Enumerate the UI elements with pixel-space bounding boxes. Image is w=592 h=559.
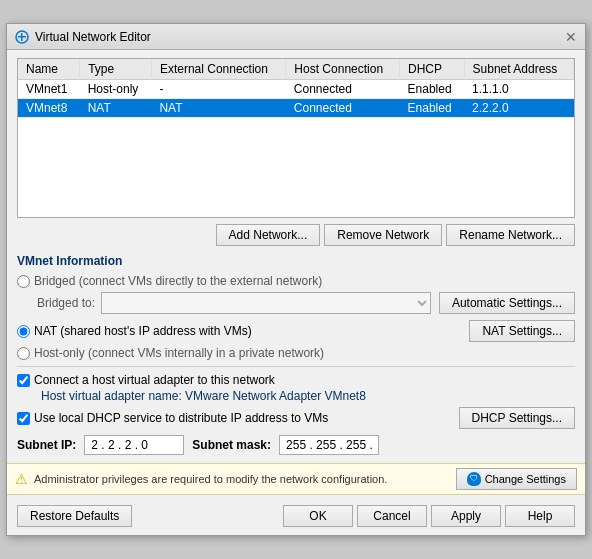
col-external: External Connection [151, 59, 285, 80]
table-row[interactable]: VMnet1 Host-only - Connected Enabled 1.1… [18, 80, 574, 99]
cell-name: VMnet8 [18, 99, 80, 118]
nat-settings-button[interactable]: NAT Settings... [469, 320, 575, 342]
cancel-button[interactable]: Cancel [357, 505, 427, 527]
cell-host: Connected [286, 80, 400, 99]
title-bar: Virtual Network Editor ✕ [7, 24, 585, 50]
nat-right: NAT Settings... [469, 320, 575, 342]
table-header-row: Name Type External Connection Host Conne… [18, 59, 574, 80]
add-network-button[interactable]: Add Network... [216, 224, 321, 246]
cell-host: Connected [286, 99, 400, 118]
subnet-row: Subnet IP: Subnet mask: [17, 435, 575, 455]
main-content: Name Type External Connection Host Conne… [7, 50, 585, 535]
host-only-radio[interactable] [17, 347, 30, 360]
subnet-ip-label: Subnet IP: [17, 438, 76, 452]
col-name: Name [18, 59, 80, 80]
adapter-name-text: Host virtual adapter name: VMware Networ… [41, 389, 575, 403]
dhcp-settings-button[interactable]: DHCP Settings... [459, 407, 575, 429]
remove-network-button[interactable]: Remove Network [324, 224, 442, 246]
cell-dhcp: Enabled [400, 99, 465, 118]
host-only-radio-row: Host-only (connect VMs internally in a p… [17, 346, 575, 360]
vmnet-info-title: VMnet Information [17, 254, 575, 268]
table-row[interactable]: VMnet8 NAT NAT Connected Enabled 2.2.2.0 [18, 99, 574, 118]
close-button[interactable]: ✕ [565, 30, 577, 44]
cell-dhcp: Enabled [400, 80, 465, 99]
cell-subnet: 1.1.1.0 [464, 80, 573, 99]
bridged-label: Bridged (connect VMs directly to the ext… [34, 274, 322, 288]
cell-external: - [151, 80, 285, 99]
col-host: Host Connection [286, 59, 400, 80]
dhcp-checkbox[interactable] [17, 412, 30, 425]
apply-button[interactable]: Apply [431, 505, 501, 527]
change-settings-label: Change Settings [485, 473, 566, 485]
subnet-mask-label: Subnet mask: [192, 438, 271, 452]
nat-radio-row: NAT (shared host's IP address with VMs) … [17, 320, 575, 342]
dhcp-label: Use local DHCP service to distribute IP … [34, 411, 328, 425]
divider-1 [17, 366, 575, 367]
bridged-to-label: Bridged to: [37, 296, 97, 310]
subnet-ip-input[interactable] [84, 435, 184, 455]
title-bar-left: Virtual Network Editor [15, 30, 151, 44]
auto-settings-button[interactable]: Automatic Settings... [439, 292, 575, 314]
cell-subnet: 2.2.2.0 [464, 99, 573, 118]
help-button[interactable]: Help [505, 505, 575, 527]
subnet-mask-input[interactable] [279, 435, 379, 455]
vmnet-info-section: VMnet Information Bridged (connect VMs d… [17, 254, 575, 455]
warning-icon: ⚠ [15, 471, 28, 487]
admin-bar-left: ⚠ Administrator privileges are required … [15, 471, 387, 487]
virtual-adapter-checkbox-row: Connect a host virtual adapter to this n… [17, 373, 575, 387]
col-dhcp: DHCP [400, 59, 465, 80]
bridged-radio[interactable] [17, 275, 30, 288]
svg-rect-2 [21, 33, 23, 41]
bridged-to-select[interactable] [101, 292, 431, 314]
virtual-adapter-checkbox[interactable] [17, 374, 30, 387]
network-table-container: Name Type External Connection Host Conne… [17, 58, 575, 218]
bottom-right-buttons: OK Cancel Apply Help [283, 505, 575, 527]
change-settings-button[interactable]: 🛡 Change Settings [456, 468, 577, 490]
restore-defaults-button[interactable]: Restore Defaults [17, 505, 132, 527]
app-icon [15, 30, 29, 44]
window-title: Virtual Network Editor [35, 30, 151, 44]
bridged-to-row: Bridged to: Automatic Settings... [37, 292, 575, 314]
dhcp-row: Use local DHCP service to distribute IP … [17, 407, 575, 429]
cell-type: Host-only [80, 80, 152, 99]
rename-network-button[interactable]: Rename Network... [446, 224, 575, 246]
network-buttons-row: Add Network... Remove Network Rename Net… [17, 224, 575, 246]
shield-icon: 🛡 [467, 472, 481, 486]
network-table: Name Type External Connection Host Conne… [18, 59, 574, 118]
bridged-radio-row: Bridged (connect VMs directly to the ext… [17, 274, 575, 288]
virtual-network-editor-window: Virtual Network Editor ✕ Name Type Exter… [6, 23, 586, 536]
ok-button[interactable]: OK [283, 505, 353, 527]
virtual-adapter-label: Connect a host virtual adapter to this n… [34, 373, 275, 387]
cell-external: NAT [151, 99, 285, 118]
admin-warning-bar: ⚠ Administrator privileges are required … [7, 463, 585, 495]
bottom-buttons-row: Restore Defaults OK Cancel Apply Help [17, 501, 575, 527]
cell-type: NAT [80, 99, 152, 118]
cell-name: VMnet1 [18, 80, 80, 99]
nat-radio[interactable] [17, 325, 30, 338]
nat-label: NAT (shared host's IP address with VMs) [34, 324, 252, 338]
col-type: Type [80, 59, 152, 80]
admin-message: Administrator privileges are required to… [34, 473, 387, 485]
host-only-label: Host-only (connect VMs internally in a p… [34, 346, 324, 360]
col-subnet: Subnet Address [464, 59, 573, 80]
